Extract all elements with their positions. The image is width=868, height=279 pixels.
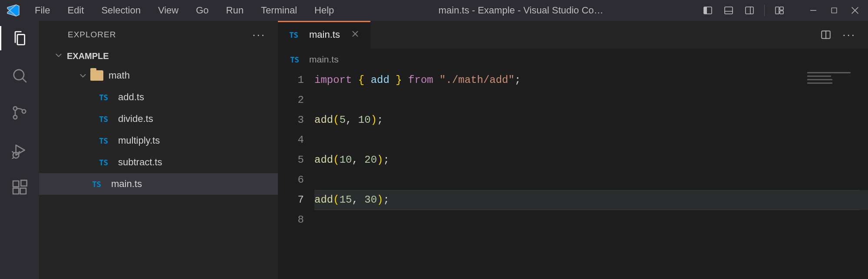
ts-file-icon: TS bbox=[290, 55, 303, 64]
activity-run-debug-icon[interactable] bbox=[10, 141, 29, 160]
menu-run[interactable]: Run bbox=[218, 0, 252, 21]
split-editor-icon[interactable] bbox=[817, 26, 835, 43]
editor-group: TS main.ts ··· TS main.ts 1 2 3 bbox=[278, 21, 868, 279]
explorer-header: EXPLORER ··· bbox=[39, 21, 278, 49]
tab-main-ts[interactable]: TS main.ts bbox=[278, 21, 370, 49]
line-number: 2 bbox=[278, 90, 304, 110]
chevron-down-icon bbox=[55, 51, 63, 61]
ts-file-icon: TS bbox=[99, 93, 112, 102]
chevron-down-icon bbox=[78, 72, 88, 79]
editor-more-icon[interactable]: ··· bbox=[842, 28, 856, 42]
menu-file[interactable]: File bbox=[26, 0, 59, 21]
tree-file-label: add.ts bbox=[118, 92, 144, 103]
svg-rect-25 bbox=[20, 188, 26, 194]
tree-file-multiply[interactable]: TS multiply.ts bbox=[39, 130, 278, 151]
toggle-secondary-sidebar-icon[interactable] bbox=[741, 0, 758, 21]
window-minimize-icon[interactable] bbox=[805, 0, 822, 21]
vscode-logo-icon bbox=[0, 0, 26, 21]
tree-file-label: subtract.ts bbox=[118, 157, 162, 168]
tree-file-label: multiply.ts bbox=[118, 135, 160, 146]
menu-bar: File Edit Selection View Go Run Terminal… bbox=[26, 0, 343, 21]
svg-rect-4 bbox=[746, 7, 753, 14]
breadcrumb[interactable]: TS main.ts bbox=[278, 49, 868, 70]
ts-file-icon: TS bbox=[99, 115, 112, 124]
line-number-gutter: 1 2 3 4 5 6 7 8 bbox=[278, 70, 314, 279]
code-editor[interactable]: 1 2 3 4 5 6 7 8 import { add } from "./m… bbox=[278, 70, 868, 279]
title-controls bbox=[699, 0, 868, 21]
code-line[interactable]: import { add } from "./math/add"; bbox=[314, 70, 868, 90]
code-line[interactable] bbox=[314, 130, 868, 150]
breadcrumb-file: main.ts bbox=[309, 54, 339, 65]
svg-rect-23 bbox=[13, 181, 19, 187]
ts-file-icon: TS bbox=[289, 30, 302, 39]
folder-icon bbox=[90, 70, 103, 81]
tree-file-main[interactable]: TS main.ts bbox=[39, 173, 278, 195]
code-line[interactable]: add(10, 20); bbox=[314, 150, 868, 170]
file-tree: math TS add.ts TS divide.ts TS multiply.… bbox=[39, 64, 278, 195]
svg-rect-2 bbox=[725, 7, 733, 14]
svg-line-20 bbox=[12, 151, 13, 153]
menu-help[interactable]: Help bbox=[306, 0, 343, 21]
activity-search-icon[interactable] bbox=[10, 66, 29, 85]
code-line[interactable]: add(5, 10); bbox=[314, 110, 868, 130]
activity-explorer-icon[interactable] bbox=[10, 29, 29, 48]
menu-selection[interactable]: Selection bbox=[92, 0, 149, 21]
menu-go[interactable]: Go bbox=[187, 0, 217, 21]
menu-terminal[interactable]: Terminal bbox=[252, 0, 306, 21]
svg-rect-24 bbox=[13, 188, 19, 194]
svg-rect-6 bbox=[776, 7, 779, 14]
line-number: 6 bbox=[278, 170, 304, 190]
activity-extensions-icon[interactable] bbox=[10, 178, 29, 197]
activity-bar bbox=[0, 21, 39, 279]
ts-file-icon: TS bbox=[92, 180, 105, 189]
window-title: main.ts - Example - Visual Studio Co… bbox=[343, 5, 699, 16]
svg-rect-1 bbox=[704, 7, 707, 14]
line-number: 5 bbox=[278, 150, 304, 170]
line-number: 8 bbox=[278, 210, 304, 230]
explorer-root[interactable]: EXAMPLE bbox=[39, 49, 278, 64]
code-lines[interactable]: import { add } from "./math/add"; add(5,… bbox=[314, 70, 868, 279]
activity-source-control-icon[interactable] bbox=[10, 103, 29, 122]
svg-marker-18 bbox=[16, 145, 25, 155]
toggle-primary-sidebar-icon[interactable] bbox=[699, 0, 716, 21]
editor-tabs: TS main.ts ··· bbox=[278, 21, 868, 49]
tree-file-divide[interactable]: TS divide.ts bbox=[39, 108, 278, 130]
window-maximize-icon[interactable] bbox=[825, 0, 843, 21]
ts-file-icon: TS bbox=[99, 136, 112, 145]
tree-file-add[interactable]: TS add.ts bbox=[39, 86, 278, 108]
customize-layout-icon[interactable] bbox=[771, 0, 788, 21]
explorer-root-label: EXAMPLE bbox=[67, 51, 109, 61]
code-line[interactable]: add(15, 30); bbox=[314, 190, 868, 210]
line-number: 7 bbox=[278, 190, 304, 210]
svg-line-21 bbox=[12, 158, 13, 159]
svg-rect-8 bbox=[780, 11, 783, 14]
code-line[interactable] bbox=[314, 210, 868, 230]
explorer-sidebar: EXPLORER ··· EXAMPLE math TS add.ts TS bbox=[39, 21, 278, 279]
explorer-more-icon[interactable]: ··· bbox=[252, 28, 266, 42]
tab-label: main.ts bbox=[309, 29, 340, 40]
menu-view[interactable]: View bbox=[149, 0, 187, 21]
tree-file-label: divide.ts bbox=[118, 113, 153, 125]
explorer-title: EXPLORER bbox=[68, 30, 116, 39]
title-bar: File Edit Selection View Go Run Terminal… bbox=[0, 0, 868, 21]
line-number: 4 bbox=[278, 130, 304, 150]
svg-rect-10 bbox=[832, 8, 837, 13]
code-line[interactable] bbox=[314, 170, 868, 190]
tree-folder-label: math bbox=[109, 70, 130, 81]
ts-file-icon: TS bbox=[99, 158, 112, 167]
line-number: 1 bbox=[278, 70, 304, 90]
tab-close-icon[interactable] bbox=[351, 29, 359, 40]
menu-edit[interactable]: Edit bbox=[59, 0, 92, 21]
window-close-icon[interactable] bbox=[846, 0, 864, 21]
line-number: 3 bbox=[278, 110, 304, 130]
tree-file-label: main.ts bbox=[111, 178, 142, 190]
svg-rect-7 bbox=[780, 7, 783, 10]
tree-folder-math[interactable]: math bbox=[39, 65, 278, 86]
svg-line-14 bbox=[23, 79, 26, 82]
title-controls-separator bbox=[764, 5, 765, 16]
toggle-panel-icon[interactable] bbox=[720, 0, 737, 21]
svg-rect-26 bbox=[21, 180, 26, 186]
tree-file-subtract[interactable]: TS subtract.ts bbox=[39, 151, 278, 173]
editor-actions: ··· bbox=[817, 21, 868, 49]
code-line[interactable] bbox=[314, 90, 868, 110]
